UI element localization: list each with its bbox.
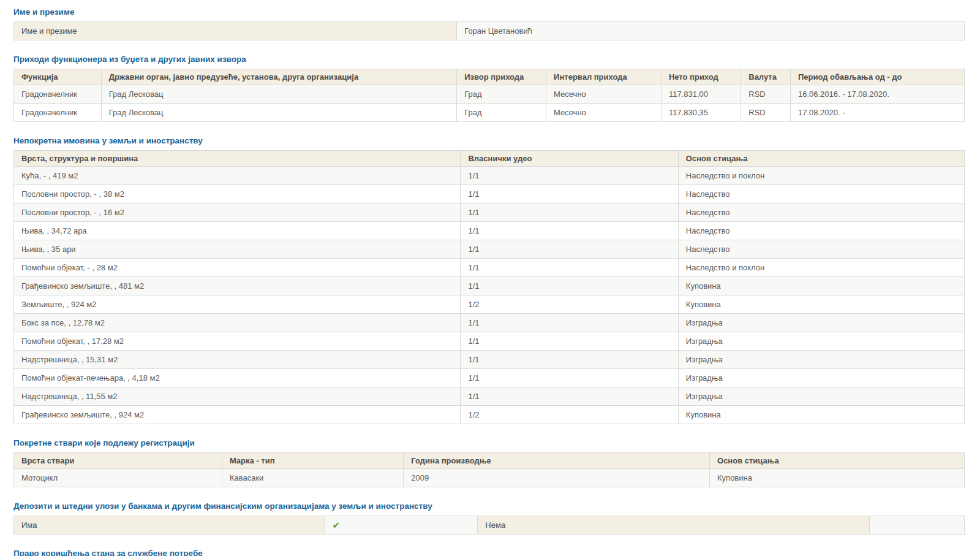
table-row: Градоначелник Град Лесковац Град Месечно…: [14, 104, 965, 122]
table-cell: Кућа, - , 419 м2: [14, 167, 461, 185]
name-table: Име и презиме Горан Цветановић: [13, 21, 965, 40]
table-row: Њива, , 34,72 ара 1/1 Наследство: [14, 222, 965, 240]
column-header: Основ стицања: [710, 453, 965, 469]
table-cell: 1/1: [461, 314, 678, 332]
table-cell: Бокс за псе, , 12,78 м2: [14, 314, 461, 332]
table-cell: Пословни простор, - , 38 м2: [14, 185, 461, 204]
section-realestate: Непокретна имовина у земљи и иностранств…: [13, 136, 965, 424]
table-cell: Помоћни објекат, - , 28 м2: [14, 259, 461, 277]
table-header-row: Функција Државни орган, јавно предузеће,…: [14, 69, 965, 85]
table-row: Пословни простор, - , 16 м2 1/1 Наследст…: [14, 204, 965, 222]
table-cell: 2009: [404, 469, 710, 487]
table-row: Помоћни објекат-печењара, , 4,18 м2 1/1 …: [14, 369, 965, 387]
table-row: Земљиште, , 924 м2 1/2 Куповина: [14, 295, 965, 314]
table-row: Грађевинско земљиште, , 481 м2 1/1 Купов…: [14, 277, 965, 295]
table-cell: Надстрешница, , 11,55 м2: [14, 387, 461, 406]
table-cell: 1/1: [461, 332, 678, 351]
column-header: Врста, структура и површина: [14, 151, 461, 167]
table-cell: 117.831,00: [661, 85, 741, 104]
table-cell: Градоначелник: [14, 104, 102, 122]
table-cell: 16.06.2016. - 17.08.2020.: [790, 85, 964, 104]
table-row: Има ✔ Нема: [14, 516, 965, 535]
table-cell: 1/1: [461, 351, 678, 369]
table-cell: Месечно: [546, 104, 662, 122]
column-header: Функција: [14, 69, 102, 85]
table-cell: Градоначелник: [14, 85, 102, 104]
section-movable: Покретне ствари које подлежу регистрациј…: [13, 438, 965, 487]
table-cell: Куповина: [678, 295, 964, 314]
table-cell: Куповина: [710, 469, 965, 487]
column-header: Основ стицања: [678, 151, 964, 167]
column-header: Нето приход: [661, 69, 741, 85]
deposits-table: Има ✔ Нема: [13, 516, 965, 535]
income-table: Функција Државни орган, јавно предузеће,…: [13, 69, 965, 122]
table-cell: Грађевинско земљиште, , 481 м2: [14, 277, 461, 295]
asset-declaration-page: Име и презиме Име и презиме Горан Цветан…: [0, 0, 980, 556]
realestate-table: Врста, структура и површина Власнички уд…: [13, 150, 965, 424]
column-header: Период обављања од - до: [790, 69, 964, 85]
table-cell: Наследство: [678, 222, 964, 240]
table-cell: Град Лесковац: [101, 104, 456, 122]
table-cell: Наследство: [678, 185, 964, 204]
table-cell: Кавасаки: [222, 469, 403, 487]
movable-table: Врста ствари Марка - тип Година производ…: [13, 452, 965, 487]
section-deposits: Депозити и штедни улози у банкама и друг…: [13, 501, 965, 535]
table-row: Бокс за псе, , 12,78 м2 1/1 Изградња: [14, 314, 965, 332]
table-cell: Мотоцикл: [14, 469, 222, 487]
column-header: Државни орган, јавно предузеће, установа…: [101, 69, 456, 85]
table-row: Њива, , 35 ари 1/1 Наследство: [14, 240, 965, 259]
table-cell: Град: [457, 104, 546, 122]
column-header: Интервал прихода: [546, 69, 662, 85]
checkmark-icon: ✔: [325, 516, 478, 535]
table-row: Грађевинско земљиште, , 924 м2 1/2 Купов…: [14, 406, 965, 424]
table-cell: 1/2: [461, 295, 678, 314]
table-cell: 1/1: [461, 369, 678, 387]
table-cell: 17.08.2020. -: [790, 104, 964, 122]
section-title-apartment: Право коришћења стана за службене потреб…: [13, 549, 965, 556]
name-label-cell: Име и презиме: [14, 22, 457, 40]
table-cell: RSD: [741, 104, 791, 122]
table-row: Градоначелник Град Лесковац Град Месечно…: [14, 85, 965, 104]
table-row: Мотоцикл Кавасаки 2009 Куповина: [14, 469, 965, 487]
table-row: Помоћни објекат, , 17,28 м2 1/1 Изградња: [14, 332, 965, 351]
table-cell: 117.830,35: [661, 104, 741, 122]
table-cell: 1/1: [461, 185, 678, 204]
table-cell: Наследство: [678, 240, 964, 259]
table-cell: 1/1: [461, 387, 678, 406]
table-cell: 1/1: [461, 167, 678, 185]
deposits-empty-cell: [869, 516, 964, 535]
table-cell: Изградња: [678, 314, 964, 332]
section-title-income: Приходи функционера из буџета и других ј…: [13, 55, 965, 64]
section-name: Име и презиме Име и презиме Горан Цветан…: [13, 7, 965, 40]
table-cell: Куповина: [678, 406, 964, 424]
section-income: Приходи функционера из буџета и других ј…: [13, 55, 965, 122]
table-cell: 1/1: [461, 277, 678, 295]
section-title-deposits: Депозити и штедни улози у банкама и друг…: [13, 501, 965, 511]
table-cell: Град Лесковац: [101, 85, 456, 104]
table-cell: Изградња: [678, 387, 964, 406]
table-cell: Њива, , 34,72 ара: [14, 222, 461, 240]
deposits-has-label: Има: [14, 516, 325, 535]
table-cell: Помоћни објекат-печењара, , 4,18 м2: [14, 369, 461, 387]
table-cell: Њива, , 35 ари: [14, 240, 461, 259]
table-cell: 1/1: [461, 259, 678, 277]
table-row: Надстрешница, , 11,55 м2 1/1 Изградња: [14, 387, 965, 406]
table-cell: Наследство и поклон: [678, 259, 964, 277]
section-title-realestate: Непокретна имовина у земљи и иностранств…: [13, 136, 965, 146]
section-apartment: Право коришћења стана за службене потреб…: [13, 549, 965, 556]
table-cell: Град: [457, 85, 546, 104]
table-cell: 1/1: [461, 204, 678, 222]
table-row: Име и презиме Горан Цветановић: [14, 22, 965, 40]
table-cell: Изградња: [678, 351, 964, 369]
column-header: Власнички удео: [461, 151, 678, 167]
table-cell: 1/1: [461, 240, 678, 259]
table-cell: Наследство: [678, 204, 964, 222]
column-header: Марка - тип: [222, 453, 403, 469]
table-cell: RSD: [741, 85, 791, 104]
table-row: Надстрешница, , 15,31 м2 1/1 Изградња: [14, 351, 965, 369]
table-cell: Месечно: [546, 85, 662, 104]
table-cell: Куповина: [678, 277, 964, 295]
column-header: Валута: [741, 69, 791, 85]
deposits-has-not-label: Нема: [478, 516, 869, 535]
column-header: Врста ствари: [14, 453, 222, 469]
